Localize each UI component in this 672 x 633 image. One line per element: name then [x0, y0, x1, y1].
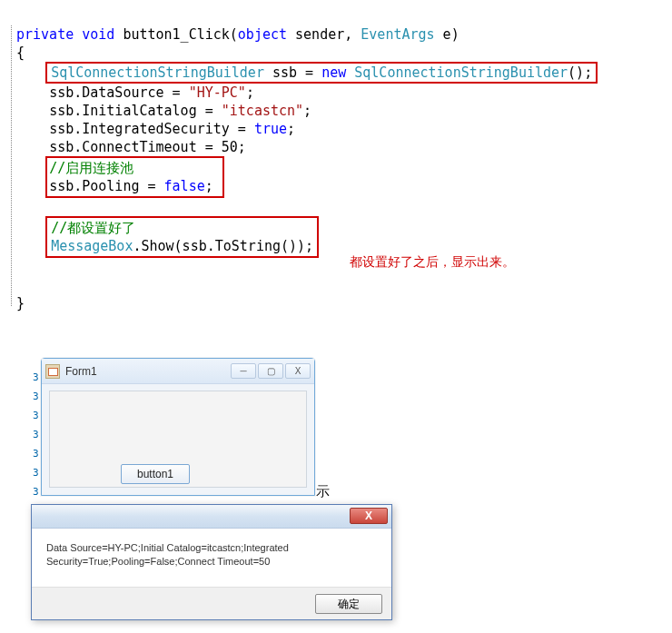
- brace-open: {: [16, 45, 25, 61]
- form1-titlebar[interactable]: Form1 ─ ▢ X: [42, 359, 314, 384]
- ok-button[interactable]: 确定: [315, 594, 382, 614]
- highlight-box-1: SqlConnectionStringBuilder ssb = new Sql…: [45, 62, 598, 84]
- messagebox-text: Data Source=HY-PC;Initial Catalog=itcast…: [32, 529, 391, 574]
- editor-gutter-markers: 3333333: [33, 368, 39, 501]
- method-name: button1_Click(: [114, 26, 237, 43]
- code-outline-guide: [11, 25, 12, 306]
- highlight-box-2: //启用连接池 ssb.Pooling = false;: [45, 156, 224, 198]
- highlight-box-3: //都设置好了 MessageBox.Show(ssb.ToString());: [45, 216, 319, 258]
- type-eventargs: EventArgs: [361, 26, 434, 43]
- keyword-object: object: [238, 26, 287, 43]
- form1-title: Form1: [65, 365, 229, 378]
- stray-text: 示: [316, 483, 330, 500]
- code-block: private void button1_Click(object sender…: [0, 0, 672, 312]
- messagebox-titlebar[interactable]: X: [32, 505, 391, 529]
- form1-client-area: button1: [49, 391, 307, 488]
- annotation-text: 都设置好了之后，显示出来。: [350, 254, 515, 271]
- keyword-private: private: [16, 26, 74, 43]
- messagebox-close-button[interactable]: X: [350, 508, 388, 524]
- messagebox-window: X Data Source=HY-PC;Initial Catalog=itca…: [31, 504, 392, 620]
- messagebox-footer: 确定: [32, 587, 391, 619]
- form1-window: Form1 ─ ▢ X button1: [41, 358, 315, 496]
- app-icon: [45, 364, 60, 379]
- minimize-button[interactable]: ─: [231, 363, 256, 379]
- maximize-button[interactable]: ▢: [258, 363, 283, 379]
- keyword-void: void: [82, 26, 114, 43]
- close-button[interactable]: X: [285, 363, 311, 379]
- button1[interactable]: button1: [121, 464, 190, 484]
- brace-close: }: [16, 295, 25, 312]
